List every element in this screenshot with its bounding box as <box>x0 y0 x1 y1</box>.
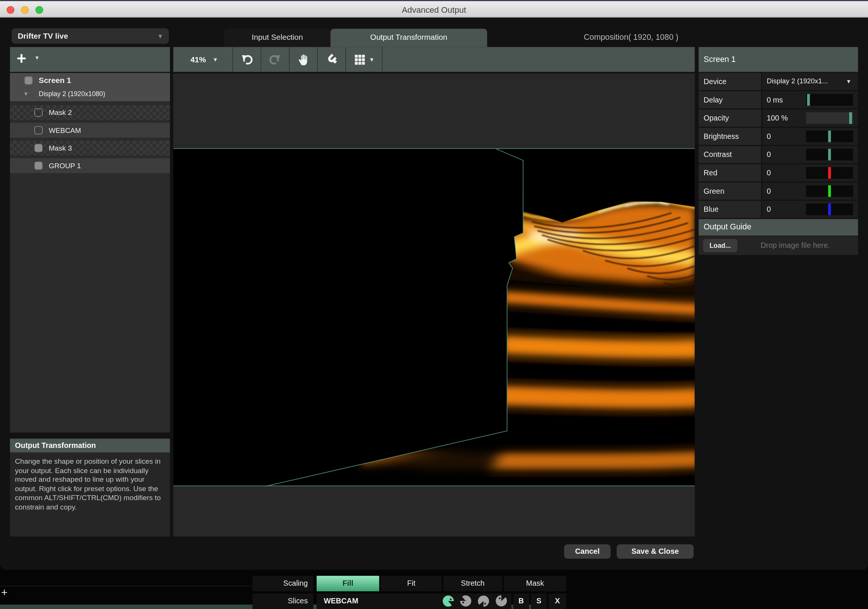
slider-handle[interactable] <box>849 112 852 124</box>
output-preview-art <box>173 74 695 536</box>
scaling-label: Scaling <box>253 576 313 591</box>
grid-options-button[interactable] <box>346 47 383 72</box>
help-panel: Output Transformation Change the shape o… <box>10 439 170 536</box>
disclosure-triangle-icon[interactable]: ▼ <box>23 88 29 100</box>
help-panel-title: Output Transformation <box>10 439 170 453</box>
orientation-pacman-down-icon[interactable] <box>493 593 509 609</box>
scaling-option-stretch[interactable]: Stretch <box>443 576 502 591</box>
window-title: Advanced Output <box>0 1 868 19</box>
output-preview-canvas[interactable] <box>173 74 695 536</box>
scaling-option-mask[interactable]: Mask <box>504 576 566 591</box>
chevron-down-icon <box>369 56 375 62</box>
slider-handle[interactable] <box>828 185 831 197</box>
save-close-button[interactable]: Save & Close <box>617 544 694 559</box>
redo-button[interactable] <box>261 47 289 72</box>
zoom-level-value: 41% <box>191 55 206 64</box>
snap-tool-button[interactable] <box>318 47 346 72</box>
property-row-brightness: Brightness 0 <box>699 128 858 145</box>
checkbox-webcam[interactable] <box>34 126 42 134</box>
red-slider[interactable] <box>806 167 853 179</box>
scaling-option-fit[interactable]: Fit <box>381 576 442 591</box>
chevron-down-icon <box>846 73 851 90</box>
orientation-pacman-left-icon[interactable] <box>458 593 473 609</box>
slider-handle[interactable] <box>828 149 831 160</box>
slice-name-cell[interactable]: WEBCAM <box>317 594 512 609</box>
add-dropdown-caret-icon[interactable] <box>34 55 40 61</box>
checkbox-screen-1[interactable] <box>25 76 33 85</box>
undo-icon <box>240 53 253 66</box>
output-guide-row: Load... Drop image file here. <box>699 236 858 255</box>
slice-orientation-icons <box>442 595 507 607</box>
orientation-pacman-right-icon[interactable] <box>440 593 456 609</box>
brightness-slider[interactable] <box>806 131 853 142</box>
opacity-slider[interactable] <box>806 112 853 124</box>
snap-magnet-icon <box>325 53 338 66</box>
pan-hand-icon <box>297 53 309 66</box>
checkbox-mask-2[interactable] <box>34 108 42 117</box>
zoom-level-dropdown[interactable]: 41% <box>176 47 233 72</box>
green-slider[interactable] <box>806 185 853 197</box>
redo-icon <box>269 53 282 66</box>
property-row-green: Green 0 <box>699 182 858 200</box>
tab-input-selection[interactable]: Input Selection <box>224 29 331 47</box>
tree-item-group-1[interactable]: GROUP 1 <box>10 158 170 173</box>
solo-button[interactable]: S <box>531 594 547 609</box>
tree-item-webcam[interactable]: WEBCAM <box>10 123 170 138</box>
preset-dropdown[interactable]: Drifter TV live <box>12 28 169 43</box>
property-row-opacity: Opacity 100 % <box>699 110 858 127</box>
property-row-device: Device Display 2 (1920x1... <box>699 73 858 90</box>
contrast-slider[interactable] <box>806 149 853 160</box>
tree-item-display-2[interactable]: ▼ Display 2 (1920x1080) <box>10 88 170 101</box>
property-row-red: Red 0 <box>699 164 858 182</box>
grid-icon <box>353 53 366 65</box>
undo-button[interactable] <box>233 47 261 72</box>
canvas-toolbar: 41% <box>173 47 695 72</box>
slice-list-toolbar: + <box>10 47 170 72</box>
cancel-button[interactable]: Cancel <box>564 544 611 559</box>
delete-button[interactable]: X <box>549 594 566 609</box>
composition-size-label: Composition( 1920, 1080 ) <box>553 29 709 45</box>
window-titlebar: Advanced Output <box>0 0 868 18</box>
tab-output-transformation[interactable]: Output Transformation <box>331 29 487 47</box>
checkbox-group-1[interactable] <box>34 161 42 170</box>
scaling-option-fill[interactable]: Fill <box>317 576 379 591</box>
property-row-delay: Delay 0 ms <box>699 91 858 108</box>
slices-label: Slices <box>253 594 313 609</box>
delay-slider[interactable] <box>806 94 853 105</box>
tree-item-mask-2[interactable]: Mask 2 <box>10 105 170 120</box>
output-guide-header: Output Guide <box>699 219 858 235</box>
tree-item-screen-1[interactable]: Screen 1 <box>10 73 170 88</box>
drop-image-hint: Drop image file here. <box>761 236 830 255</box>
property-row-blue: Blue 0 <box>699 201 858 218</box>
chevron-down-icon <box>157 28 163 43</box>
tree-item-mask-3[interactable]: Mask 3 <box>10 141 170 155</box>
property-row-contrast: Contrast 0 <box>699 146 858 163</box>
screen-tree: Screen 1 ▼ Display 2 (1920x1080) Mask 2 … <box>10 73 170 433</box>
device-dropdown[interactable]: Display 2 (1920x1... <box>763 73 858 90</box>
slider-handle[interactable] <box>807 94 810 105</box>
preset-dropdown-value: Drifter TV live <box>18 31 68 40</box>
properties-header: Screen 1 <box>699 47 858 72</box>
load-button[interactable]: Load... <box>703 239 737 252</box>
bypass-button[interactable]: B <box>513 594 529 609</box>
screen: Advanced Output Drifter TV live Input Se… <box>0 0 868 609</box>
help-panel-body: Change the shape or position of your sli… <box>10 453 170 536</box>
background-add-button[interactable]: + <box>1 586 8 599</box>
slider-handle[interactable] <box>828 167 831 179</box>
blue-slider[interactable] <box>806 204 853 215</box>
add-button[interactable]: + <box>17 49 26 68</box>
checkbox-mask-3[interactable] <box>34 144 42 152</box>
orientation-pacman-up-icon[interactable] <box>476 593 491 609</box>
slider-handle[interactable] <box>828 131 831 142</box>
chevron-down-icon <box>213 56 218 62</box>
advanced-output-dialog: Drifter TV live Input Selection Output T… <box>0 18 868 570</box>
pan-tool-button[interactable] <box>289 47 318 72</box>
slider-handle[interactable] <box>828 204 831 215</box>
